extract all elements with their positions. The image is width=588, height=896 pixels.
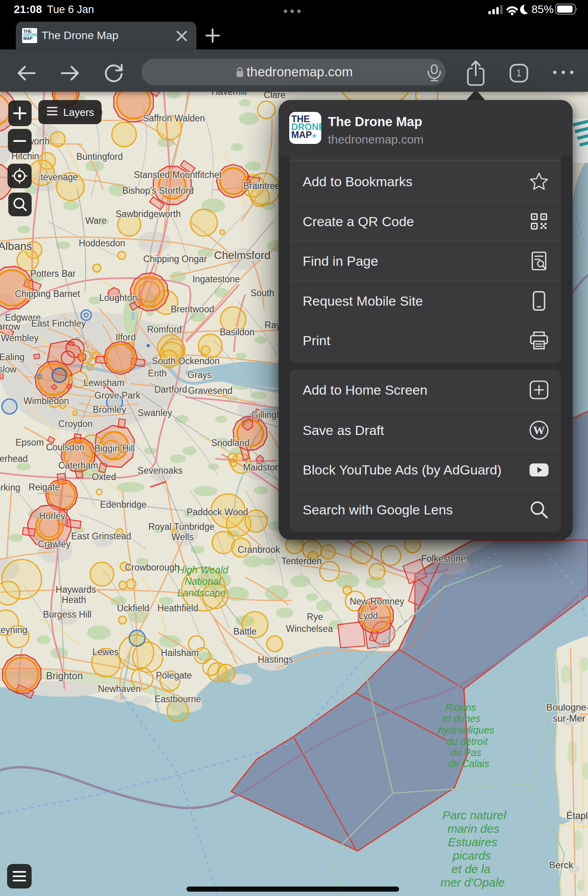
svg-text:South Ockendon: South Ockendon: [152, 356, 219, 366]
svg-text:1: 1: [516, 68, 522, 78]
svg-text:Saffron Walden: Saffron Walden: [143, 113, 205, 123]
svg-text:hydrauliques: hydrauliques: [438, 724, 494, 735]
svg-text:therhead: therhead: [0, 454, 28, 464]
svg-text:Chipping Barnet: Chipping Barnet: [15, 289, 81, 299]
svg-text:Crowborough: Crowborough: [125, 562, 179, 573]
svg-text:Parc naturel: Parc naturel: [442, 809, 507, 822]
svg-text:Erith: Erith: [148, 368, 166, 378]
svg-text:mer d'Opale: mer d'Opale: [441, 876, 505, 889]
svg-text:arrow: arrow: [0, 321, 20, 332]
svg-text:Étaples: Étaples: [566, 810, 588, 821]
svg-text:Estuaires: Estuaires: [448, 836, 497, 849]
svg-text:Burgess Hill: Burgess Hill: [43, 609, 92, 620]
svg-text:Boulogne-: Boulogne-: [546, 702, 588, 713]
svg-text:Crawley: Crawley: [38, 539, 71, 549]
svg-text:picards: picards: [452, 849, 491, 862]
svg-text:Eastbourne: Eastbourne: [155, 694, 201, 704]
svg-text:Haywards: Haywards: [56, 584, 96, 595]
svg-text:Lydd: Lydd: [358, 611, 378, 621]
svg-text:Folkestone: Folkestone: [421, 554, 466, 564]
svg-text:Stansted Mountfitchet: Stansted Mountfitchet: [134, 170, 222, 180]
svg-text:East Grinstead: East Grinstead: [71, 531, 131, 541]
svg-text:sur-Mer: sur-Mer: [553, 713, 586, 724]
svg-text:Paddock Wood: Paddock Wood: [187, 507, 248, 517]
svg-text:Swanley: Swanley: [138, 408, 172, 418]
svg-text:du détroit: du détroit: [447, 736, 488, 747]
svg-text:Lewisham: Lewisham: [83, 378, 124, 388]
svg-text:Wimbledon: Wimbledon: [23, 396, 69, 406]
svg-text:Hailsham: Hailsham: [161, 648, 199, 658]
svg-text:Chelmsford: Chelmsford: [214, 249, 270, 261]
svg-text:Albans: Albans: [0, 240, 32, 252]
svg-text:Berck: Berck: [549, 860, 573, 870]
svg-text:Cranbrook: Cranbrook: [237, 544, 280, 555]
svg-text:Rye: Rye: [307, 612, 323, 622]
svg-text:Hoddesdon: Hoddesdon: [79, 238, 125, 248]
svg-text:Ware: Ware: [85, 215, 107, 226]
svg-text:Reigate: Reigate: [28, 482, 60, 492]
svg-text:Epsom: Epsom: [15, 437, 44, 448]
svg-text:New Romney: New Romney: [350, 596, 405, 607]
svg-text:Buntingford: Buntingford: [76, 151, 123, 162]
svg-text:Layers: Layers: [63, 106, 94, 118]
svg-text:Croydon: Croydon: [58, 419, 93, 429]
svg-text:South: South: [251, 288, 274, 298]
svg-text:Caterham: Caterham: [58, 460, 98, 471]
svg-text:Winchelsea: Winchelsea: [286, 624, 333, 634]
svg-text:Sawbridgeworth: Sawbridgeworth: [116, 209, 181, 219]
svg-text:Wells: Wells: [172, 532, 194, 542]
svg-text:Wembley: Wembley: [1, 333, 39, 343]
svg-text:Potters Bar: Potters Bar: [30, 268, 75, 279]
svg-text:et de la: et de la: [452, 862, 490, 875]
svg-text:Brighton: Brighton: [46, 670, 83, 681]
svg-text:orking: orking: [0, 482, 20, 493]
svg-text:Heath: Heath: [62, 595, 86, 605]
svg-text:Bromley: Bromley: [93, 405, 126, 415]
svg-text:Grove Park: Grove Park: [94, 390, 141, 401]
svg-text:Sevenoaks: Sevenoaks: [138, 465, 183, 476]
svg-text:National: National: [185, 576, 221, 587]
svg-text:islow: islow: [0, 364, 17, 374]
svg-text:Bishop's Stortford: Bishop's Stortford: [122, 185, 194, 196]
svg-text:Newhaven: Newhaven: [98, 684, 141, 694]
svg-text:Horley: Horley: [39, 511, 66, 521]
svg-text:Coulsdon: Coulsdon: [46, 442, 84, 452]
svg-text:Chipping Ongar: Chipping Ongar: [143, 254, 207, 264]
svg-text:Hastings: Hastings: [258, 654, 293, 665]
svg-text:Dartford: Dartford: [154, 384, 187, 395]
svg-text:Grays: Grays: [187, 370, 211, 380]
svg-text:Ridens: Ridens: [445, 702, 476, 713]
svg-text:et dunes: et dunes: [443, 713, 481, 724]
svg-text:Haverhill: Haverhill: [211, 92, 247, 97]
svg-text:Edenbridge: Edenbridge: [100, 499, 147, 510]
svg-text:Basildon: Basildon: [220, 327, 254, 337]
svg-text:Battle: Battle: [234, 626, 257, 637]
svg-text:Romford: Romford: [147, 324, 182, 335]
svg-text:marin des: marin des: [447, 822, 499, 835]
svg-text:Ealing: Ealing: [0, 352, 24, 362]
svg-text:tevenage: tevenage: [41, 172, 78, 182]
svg-text:Tenterden: Tenterden: [281, 556, 322, 566]
svg-text:du Pas: du Pas: [450, 747, 481, 758]
svg-text:Clare: Clare: [264, 92, 286, 100]
svg-text:Oxted: Oxted: [92, 472, 116, 482]
svg-text:Ingatestone: Ingatestone: [192, 274, 240, 284]
svg-text:High Weald: High Weald: [177, 564, 229, 575]
svg-text:teyning: teyning: [0, 625, 27, 635]
svg-text:Gravesend: Gravesend: [188, 386, 233, 396]
svg-text:W: W: [533, 423, 545, 437]
svg-text:Royal Tunbridge: Royal Tunbridge: [148, 522, 215, 532]
svg-text:de Calais: de Calais: [448, 758, 489, 769]
svg-text:Polegate: Polegate: [156, 670, 192, 681]
svg-text:Biggin Hill: Biggin Hill: [94, 443, 135, 454]
svg-text:Landscape: Landscape: [177, 587, 226, 598]
svg-text:Lewes: Lewes: [92, 647, 119, 657]
svg-text:East Finchley: East Finchley: [31, 318, 86, 329]
svg-text:Loughton: Loughton: [99, 293, 137, 303]
svg-text:Brentwood: Brentwood: [171, 304, 214, 314]
svg-text:Ilford: Ilford: [115, 332, 136, 342]
svg-text:Uckfield: Uckfield: [117, 603, 149, 613]
svg-text:Braintree: Braintree: [243, 181, 280, 191]
svg-text:Snodland: Snodland: [211, 438, 249, 448]
svg-text:Heathfield: Heathfield: [157, 603, 198, 613]
